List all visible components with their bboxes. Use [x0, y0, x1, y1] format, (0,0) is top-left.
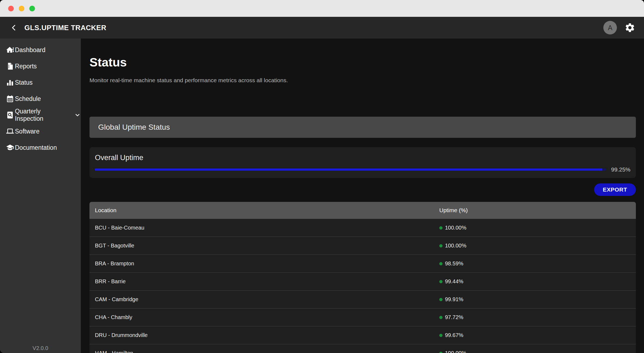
global-uptime-panel-header: Global Uptime Status — [89, 117, 636, 138]
location-cell: BRR - Barrie — [89, 278, 439, 285]
sidebar-item-label: Documentation — [15, 144, 57, 151]
app-window: GLS.UPTIME TRACKER A Dashboard — [0, 0, 644, 353]
sidebar-item-documentation[interactable]: Documentation — [0, 139, 81, 156]
table-row: BGT - Bagotville 100.00% — [89, 237, 636, 255]
report-file-icon — [6, 62, 14, 70]
export-row: EXPORT — [89, 183, 636, 196]
chevron-down-icon — [74, 112, 81, 119]
location-cell: DRU - Drummondville — [89, 332, 439, 338]
uptime-value: 99.67% — [445, 332, 463, 338]
uptime-cell: 100.00% — [439, 350, 636, 353]
close-window-button[interactable] — [8, 6, 14, 11]
graduation-cap-icon — [6, 144, 14, 152]
app-header: GLS.UPTIME TRACKER A — [0, 17, 644, 39]
sidebar-item-label: Dashboard — [15, 46, 46, 54]
location-cell: BGT - Bagotville — [89, 243, 439, 249]
status-dot-icon — [439, 352, 443, 353]
table-row: CHA - Chambly 97.72% — [89, 308, 636, 326]
panel-title: Global Uptime Status — [98, 123, 170, 132]
document-search-icon — [6, 111, 14, 119]
table-row: DRU - Drummondville 99.67% — [89, 326, 636, 344]
column-header-uptime: Uptime (%) — [439, 207, 636, 214]
uptime-cell: 99.44% — [439, 278, 636, 285]
uptime-value: 97.72% — [445, 314, 463, 320]
status-dot-icon — [439, 334, 443, 337]
export-button[interactable]: EXPORT — [594, 183, 636, 196]
page-title: Status — [89, 55, 636, 69]
location-cell: HAM - Hamilton — [89, 350, 439, 353]
calendar-icon — [6, 95, 14, 103]
back-button[interactable] — [10, 24, 18, 32]
overall-uptime-card: Overall Uptime 99.25% — [89, 147, 636, 178]
macos-titlebar — [0, 0, 644, 17]
status-dot-icon — [439, 316, 443, 319]
header-actions: A — [603, 21, 635, 34]
table-row: BRR - Barrie 99.44% — [89, 272, 636, 290]
status-dot-icon — [439, 280, 443, 283]
table-row: BCU - Baie-Comeau 100.00% — [89, 219, 636, 237]
location-cell: BCU - Baie-Comeau — [89, 225, 439, 231]
app-title: GLS.UPTIME TRACKER — [24, 24, 106, 32]
uptime-cell: 100.00% — [439, 243, 636, 249]
column-header-location: Location — [89, 207, 439, 214]
status-dot-icon — [439, 298, 443, 301]
uptime-cell: 99.67% — [439, 332, 636, 338]
zoom-window-button[interactable] — [29, 6, 35, 11]
overall-uptime-label: Overall Uptime — [95, 154, 630, 162]
sidebar-item-label: Schedule — [15, 95, 41, 103]
settings-gear-icon[interactable] — [624, 22, 635, 33]
table-row: HAM - Hamilton 100.00% — [89, 344, 636, 353]
overall-uptime-value: 99.25% — [609, 166, 630, 173]
uptime-table: Location Uptime (%) BCU - Baie-Comeau 10… — [89, 202, 636, 353]
sidebar-item-label: Quarterly Inspection — [15, 108, 70, 122]
uptime-value: 100.00% — [445, 225, 466, 231]
sidebar-item-label: Software — [15, 128, 40, 135]
app-version: V2.0.0 — [0, 345, 81, 351]
bar-chart-icon — [6, 78, 14, 87]
uptime-cell: 98.59% — [439, 260, 636, 267]
page-subtitle: Monitor real-time machine status and per… — [89, 77, 636, 84]
table-row: BRA - Brampton 98.59% — [89, 255, 636, 272]
uptime-value: 100.00% — [445, 243, 466, 249]
minimize-window-button[interactable] — [19, 6, 24, 11]
sidebar-item-reports[interactable]: Reports — [0, 58, 81, 74]
sidebar: Dashboard Reports Status — [0, 39, 81, 353]
overall-uptime-bar-fill — [95, 168, 602, 171]
status-dot-icon — [439, 244, 443, 247]
overall-uptime-bar-row: 99.25% — [95, 166, 630, 173]
main-content: Status Monitor real-time machine status … — [81, 39, 644, 353]
sidebar-item-dashboard[interactable]: Dashboard — [0, 42, 81, 58]
status-dot-icon — [439, 262, 443, 265]
uptime-value: 99.91% — [445, 296, 463, 303]
location-cell: CAM - Cambridge — [89, 296, 439, 303]
uptime-cell: 97.72% — [439, 314, 636, 320]
sidebar-item-quarterly-inspection[interactable]: Quarterly Inspection — [0, 107, 81, 123]
avatar[interactable]: A — [603, 21, 617, 34]
sidebar-item-label: Status — [15, 79, 33, 86]
sidebar-item-software[interactable]: Software — [0, 123, 81, 139]
sidebar-item-schedule[interactable]: Schedule — [0, 91, 81, 107]
laptop-icon — [6, 127, 14, 135]
location-cell: CHA - Chambly — [89, 314, 439, 320]
overall-uptime-bar-track — [95, 168, 606, 171]
uptime-cell: 100.00% — [439, 225, 636, 231]
home-icon — [6, 46, 14, 54]
location-cell: BRA - Brampton — [89, 260, 439, 267]
status-dot-icon — [439, 226, 443, 230]
uptime-value: 99.44% — [445, 278, 463, 285]
uptime-value: 98.59% — [445, 260, 463, 267]
sidebar-item-label: Reports — [15, 63, 37, 70]
table-header: Location Uptime (%) — [89, 202, 636, 219]
table-row: CAM - Cambridge 99.91% — [89, 290, 636, 308]
uptime-cell: 99.91% — [439, 296, 636, 303]
uptime-value: 100.00% — [445, 350, 466, 353]
sidebar-item-status[interactable]: Status — [0, 74, 81, 91]
